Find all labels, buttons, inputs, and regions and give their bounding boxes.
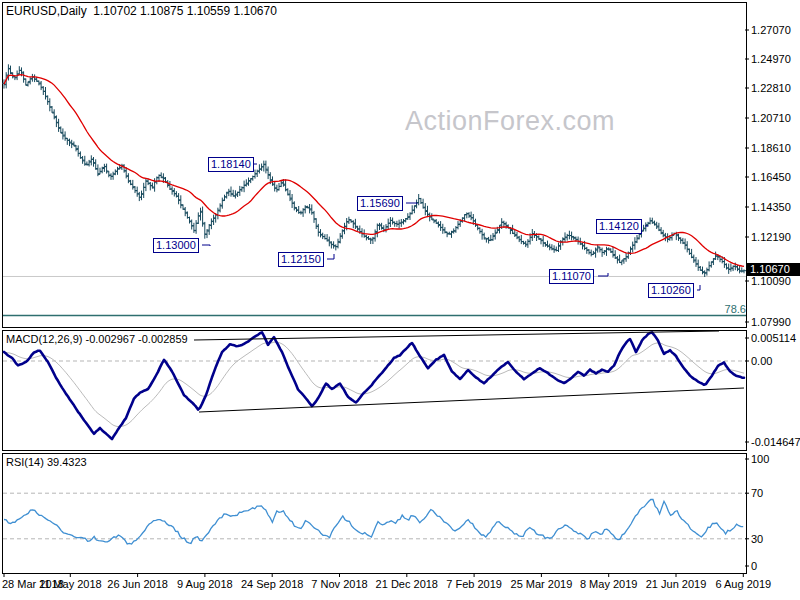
price-axis-label: 1.27070 xyxy=(751,24,791,36)
rsi-axis-label: 100 xyxy=(751,453,769,465)
date-label: 11 May 2018 xyxy=(39,578,102,590)
rsi-axis-label: 30 xyxy=(751,533,763,545)
fib-retracement-label: 78.6 xyxy=(725,303,746,315)
price-annotation: 1.15690 xyxy=(357,196,403,211)
price-axis-label: 1.24970 xyxy=(751,53,791,65)
price-axis-label: 1.12190 xyxy=(751,231,791,243)
price-axis-label: 1.16450 xyxy=(751,171,791,183)
macd-axis-label: 0.005114 xyxy=(751,332,796,344)
date-label: 9 Aug 2018 xyxy=(177,578,233,590)
date-label: 24 Sep 2018 xyxy=(241,578,303,590)
price-annotation: 1.14120 xyxy=(596,219,642,234)
forex-chart: EURUSD,Daily 1.10702 1.10875 1.10559 1.1… xyxy=(0,0,800,600)
price-annotation: 1.13000 xyxy=(153,238,199,253)
date-label: 7 Nov 2018 xyxy=(311,578,367,590)
price-axis-label: 1.18610 xyxy=(751,142,791,154)
macd-indicator-label: MACD(12,26,9) -0.002967 -0.002859 xyxy=(6,333,188,345)
date-label: 21 Dec 2018 xyxy=(376,578,438,590)
price-axis-label: 1.07990 xyxy=(751,316,791,328)
price-axis-label: 1.20710 xyxy=(751,112,791,124)
date-label: 25 Mar 2019 xyxy=(511,578,573,590)
price-annotation: 1.18140 xyxy=(208,157,254,172)
macd-axis-label: 0.00 xyxy=(751,355,772,367)
chart-canvas xyxy=(0,0,800,600)
price-annotation: 1.11070 xyxy=(549,269,594,284)
price-annotation: 1.10260 xyxy=(648,283,694,298)
macd-axis-label: -0.014647 xyxy=(751,436,800,448)
rsi-axis-label: 70 xyxy=(751,487,763,499)
chart-title: EURUSD,Daily 1.10702 1.10875 1.10559 1.1… xyxy=(6,4,277,18)
price-annotation: 1.12150 xyxy=(278,252,324,267)
date-label: 6 Aug 2019 xyxy=(715,578,771,590)
date-label: 8 May 2019 xyxy=(580,578,637,590)
date-label: 21 Jun 2019 xyxy=(646,578,707,590)
date-label: 7 Feb 2019 xyxy=(446,578,502,590)
rsi-indicator-label: RSI(14) 39.4323 xyxy=(6,456,87,468)
price-axis-label: 1.10090 xyxy=(751,275,791,287)
watermark: ActionForex.com xyxy=(405,106,615,137)
date-label: 26 Jun 2018 xyxy=(107,578,168,590)
price-axis-label: 1.14350 xyxy=(751,201,791,213)
price-axis-label: 1.22810 xyxy=(751,82,791,94)
rsi-axis-label: 0 xyxy=(751,560,757,572)
